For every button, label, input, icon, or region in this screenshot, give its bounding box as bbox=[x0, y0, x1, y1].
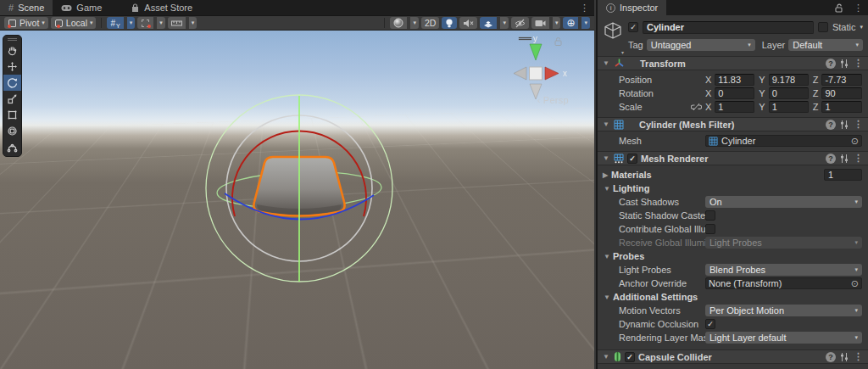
scene-viewport[interactable]: y x ‹Persp bbox=[0, 31, 594, 369]
left-axis-cone[interactable] bbox=[514, 67, 526, 80]
inspector-lock-icon[interactable] bbox=[830, 0, 849, 15]
gizmo-lock-icon[interactable] bbox=[555, 38, 561, 46]
hidden-objects-toggle[interactable] bbox=[511, 17, 529, 29]
transform-menu-icon[interactable]: ⋮ bbox=[853, 58, 864, 69]
hand-tool-button[interactable] bbox=[3, 42, 21, 59]
gizmos-dropdown[interactable]: ▾ bbox=[581, 17, 590, 29]
mesh-renderer-presets-icon[interactable] bbox=[839, 154, 849, 164]
scale-y-input[interactable]: 1 bbox=[769, 101, 809, 113]
materials-count-input[interactable]: 1 bbox=[824, 169, 862, 181]
mesh-filter-foldout-icon[interactable]: ▼ bbox=[602, 120, 610, 128]
grid-snap-dropdown[interactable]: ▾ bbox=[157, 17, 165, 29]
2d-toggle[interactable]: 2D bbox=[421, 17, 439, 29]
link-broken-icon[interactable] bbox=[691, 103, 702, 111]
mesh-renderer-menu-icon[interactable]: ⋮ bbox=[853, 153, 864, 164]
scale-tool-button[interactable] bbox=[3, 91, 21, 107]
additional-settings-foldout[interactable]: ▼Additional Settings bbox=[598, 290, 868, 304]
scale-x-input[interactable]: 1 bbox=[715, 101, 754, 113]
position-z-input[interactable]: -7.73 bbox=[821, 74, 862, 86]
gameobject-name-input[interactable]: Cylinder bbox=[643, 21, 814, 34]
static-dropdown-icon[interactable]: ▾ bbox=[860, 24, 863, 31]
materials-foldout-icon[interactable]: ▶ bbox=[601, 171, 609, 179]
anchor-override-field[interactable]: None (Transform)⊙ bbox=[705, 277, 862, 289]
grid-visibility-dropdown[interactable]: ▾ bbox=[127, 17, 136, 29]
move-tool-button[interactable] bbox=[3, 59, 21, 75]
cast-shadows-dropdown[interactable]: On▾ bbox=[705, 196, 862, 208]
probes-foldout[interactable]: ▼Probes bbox=[598, 249, 868, 263]
transform-header[interactable]: ▼ Transform ? ⋮ bbox=[598, 56, 868, 70]
y-axis-cone[interactable] bbox=[530, 44, 542, 60]
shading-mode-button[interactable] bbox=[390, 17, 407, 29]
mesh-object-field[interactable]: Cylinder ⊙ bbox=[705, 135, 862, 147]
effects-dropdown[interactable]: ▾ bbox=[500, 17, 509, 29]
lighting-foldout[interactable]: ▼Lighting bbox=[598, 182, 868, 195]
mesh-filter-presets-icon[interactable] bbox=[839, 120, 849, 130]
gameobject-icon-wrap[interactable]: ▾ bbox=[601, 19, 625, 53]
mesh-filter-menu-icon[interactable]: ⋮ bbox=[853, 119, 864, 130]
rect-tool-button[interactable] bbox=[3, 107, 21, 123]
scale-z-input[interactable]: 1 bbox=[821, 101, 862, 113]
local-dropdown[interactable]: Local ▾ bbox=[51, 17, 97, 29]
transform-help-icon[interactable]: ? bbox=[826, 59, 836, 69]
capsule-collider-help-icon[interactable]: ? bbox=[826, 352, 836, 362]
layer-dropdown[interactable]: Default▾ bbox=[788, 39, 863, 51]
snap-increment-toggle[interactable] bbox=[168, 17, 186, 29]
grid-visibility-toggle[interactable]: # Y bbox=[107, 17, 123, 29]
pivot-dropdown[interactable]: Pivot ▾ bbox=[4, 17, 48, 29]
mesh-filter-title: Cylinder (Mesh Filter) bbox=[639, 120, 734, 130]
mesh-filter-help-icon[interactable]: ? bbox=[826, 120, 836, 130]
transform-foldout-icon[interactable]: ▼ bbox=[602, 59, 610, 67]
lighting-toggle[interactable] bbox=[442, 17, 457, 29]
mesh-renderer-help-icon[interactable]: ? bbox=[826, 154, 836, 164]
inspector-menu-icon[interactable]: ⋮ bbox=[849, 0, 868, 15]
tab-scene[interactable]: # Scene bbox=[0, 0, 53, 15]
palette-drag-handle[interactable] bbox=[3, 36, 21, 42]
shading-mode-dropdown[interactable]: ▾ bbox=[410, 17, 419, 29]
rotation-x-input[interactable]: 0 bbox=[715, 87, 754, 99]
rotate-tool-button[interactable] bbox=[3, 75, 21, 91]
contribute-gi-checkbox[interactable] bbox=[705, 224, 715, 234]
rotation-z-input[interactable]: 90 bbox=[821, 87, 862, 99]
perspective-label[interactable]: ‹Persp bbox=[537, 95, 569, 105]
eye-off-icon bbox=[515, 19, 526, 28]
capsule-collider-header[interactable]: ▼ ✓ Capsule Collider ? ⋮ bbox=[598, 349, 868, 364]
static-checkbox[interactable] bbox=[818, 22, 828, 32]
camera-settings-dropdown[interactable]: ▾ bbox=[553, 17, 561, 29]
camera-settings-button[interactable] bbox=[531, 17, 549, 29]
capsule-collider-menu-icon[interactable]: ⋮ bbox=[853, 351, 864, 362]
tab-inspector[interactable]: i Inspector bbox=[598, 0, 666, 15]
grid-snap-toggle[interactable] bbox=[137, 17, 153, 29]
transform-tool-button[interactable] bbox=[3, 123, 21, 139]
dynamic-occlusion-checkbox[interactable]: ✓ bbox=[705, 319, 715, 329]
light-probes-dropdown[interactable]: Blend Probes▾ bbox=[705, 264, 862, 276]
gizmos-toggle[interactable]: ⊕ bbox=[563, 17, 578, 29]
x-axis-cone[interactable] bbox=[545, 67, 559, 80]
transform-presets-icon[interactable] bbox=[839, 59, 849, 69]
tab-asset-store[interactable]: Asset Store bbox=[122, 0, 201, 15]
scene-tab-menu-icon[interactable]: ⋮ bbox=[575, 0, 594, 15]
mesh-filter-header[interactable]: ▼ Cylinder (Mesh Filter) ? ⋮ bbox=[598, 117, 868, 131]
position-x-input[interactable]: 11.83 bbox=[715, 74, 754, 86]
tag-dropdown[interactable]: Untagged▾ bbox=[647, 39, 755, 51]
gizmo-center-cube[interactable] bbox=[530, 67, 542, 80]
mesh-renderer-foldout-icon[interactable]: ▼ bbox=[602, 154, 610, 162]
mesh-renderer-header[interactable]: ▼ ✓ Mesh Renderer ? ⋮ bbox=[598, 151, 868, 165]
materials-row[interactable]: ▶Materials 1 bbox=[598, 168, 868, 182]
static-shadow-caster-checkbox[interactable] bbox=[705, 210, 715, 221]
motion-vectors-dropdown[interactable]: Per Object Motion▾ bbox=[705, 305, 862, 316]
snap-increment-dropdown[interactable]: ▾ bbox=[189, 17, 198, 29]
audio-toggle[interactable] bbox=[459, 17, 477, 29]
rendering-layer-mask-dropdown[interactable]: Light Layer default▾ bbox=[705, 332, 862, 344]
mesh-renderer-enabled-checkbox[interactable]: ✓ bbox=[627, 154, 637, 164]
capsule-collider-enabled-checkbox[interactable]: ✓ bbox=[625, 352, 635, 362]
rotation-y-input[interactable]: 0 bbox=[769, 87, 809, 99]
tab-game[interactable]: Game bbox=[53, 0, 110, 15]
anchor-picker-icon[interactable]: ⊙ bbox=[851, 279, 859, 288]
capsule-collider-foldout-icon[interactable]: ▼ bbox=[602, 353, 610, 361]
effects-toggle[interactable] bbox=[480, 17, 497, 29]
capsule-collider-presets-icon[interactable] bbox=[839, 352, 849, 362]
mesh-picker-icon[interactable]: ⊙ bbox=[851, 137, 859, 146]
custom-tool-button[interactable] bbox=[3, 139, 21, 155]
position-y-input[interactable]: 9.178 bbox=[769, 74, 809, 86]
gameobject-active-checkbox[interactable]: ✓ bbox=[628, 22, 638, 32]
